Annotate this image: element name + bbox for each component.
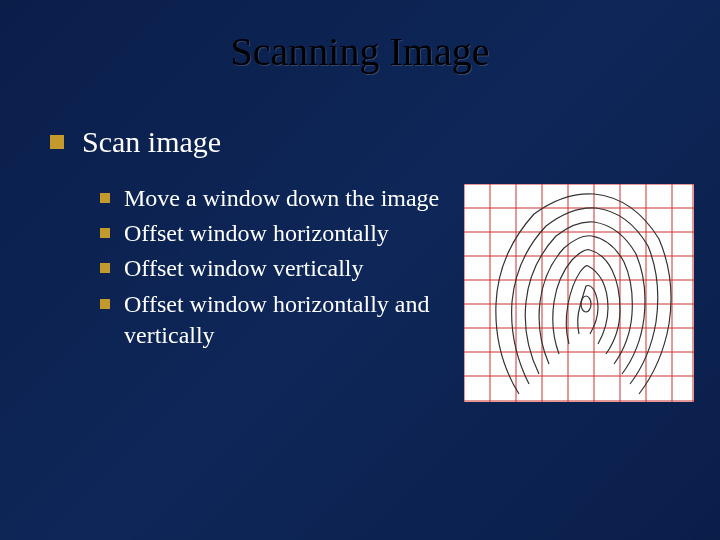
slide-title: Scanning Image	[0, 0, 720, 75]
bullet-square-icon	[50, 135, 64, 149]
sub-bullet-text: Offset window horizontally	[124, 218, 389, 249]
main-bullet-text: Scan image	[82, 125, 221, 159]
bullet-square-icon	[100, 263, 110, 273]
fingerprint-grid-image	[464, 184, 694, 402]
bullet-square-icon	[100, 193, 110, 203]
main-bullet: Scan image	[50, 125, 720, 159]
bullet-square-icon	[100, 228, 110, 238]
sub-bullet-text: Move a window down the image	[124, 183, 439, 214]
svg-rect-0	[464, 184, 694, 402]
sub-bullet-text: Offset window horizontally and verticall…	[124, 289, 464, 351]
sub-bullet-text: Offset window vertically	[124, 253, 364, 284]
bullet-square-icon	[100, 299, 110, 309]
